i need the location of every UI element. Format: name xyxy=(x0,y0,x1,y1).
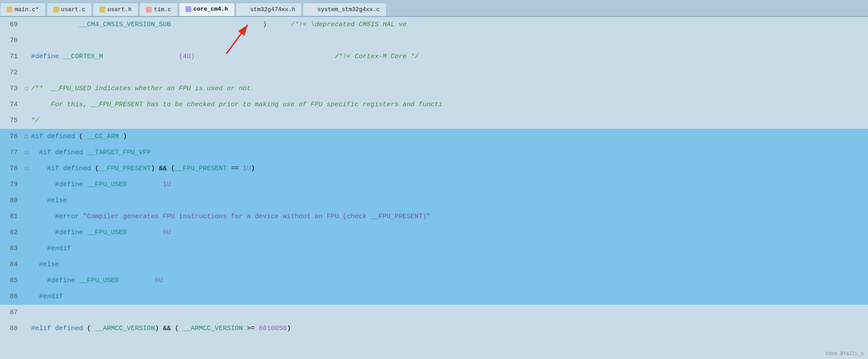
line-number-87: 87 xyxy=(0,305,23,321)
tab-stm32g474xx-h[interactable]: stm32g474xx.h xyxy=(236,3,302,16)
code-line-83: 83 #endif xyxy=(0,241,868,257)
line-number-73: 73 xyxy=(0,81,23,97)
line-number-78: 78 xyxy=(0,161,23,177)
code-line-79: 79 #define __FPU_USED 1U xyxy=(0,177,868,193)
tab-icon-stm32g474xx-h xyxy=(242,7,248,12)
line-content-76: #if defined ( __CC_ARM ) xyxy=(30,129,868,145)
line-content-88: #elif defined ( __ARMCC_VERSION) && ( __… xyxy=(30,321,868,337)
line-number-83: 83 xyxy=(0,241,23,257)
code-line-76: 76 □ #if defined ( __CC_ARM ) xyxy=(0,129,868,145)
line-number-76: 76 xyxy=(0,129,23,145)
line-number-70: 70 xyxy=(0,33,23,49)
line-content-83: #endif xyxy=(30,241,868,257)
code-line-77: 77 □ #if defined __TARGET_FPU_VFP xyxy=(0,145,868,161)
code-line-84: 84 #else xyxy=(0,257,868,273)
line-number-71: 71 xyxy=(0,49,23,65)
tab-icon-tim-c xyxy=(146,7,152,12)
line-content-71: #define __CORTEX_M (4U) /*!< Cortex-M Co… xyxy=(30,49,868,65)
code-line-69: 69 __CM4_CMSIS_VERSION_SUB ) /*!< \depre… xyxy=(0,17,868,33)
code-line-71: 71 #define __CORTEX_M (4U) /*!< Cortex-M… xyxy=(0,49,868,65)
code-line-87: 87 xyxy=(0,305,868,321)
line-content-75: */ xyxy=(30,113,868,129)
line-number-85: 85 xyxy=(0,273,23,289)
line-number-77: 77 xyxy=(0,145,23,161)
line-content-73: /** __FPU_USED indicates whether an FPU … xyxy=(30,81,868,97)
line-content-69: __CM4_CMSIS_VERSION_SUB ) /*!< \deprecat… xyxy=(30,17,868,33)
tab-usart-h[interactable]: usart.h xyxy=(93,3,138,16)
code-line-82: 82 #define __FPU_USED 0U xyxy=(0,225,868,241)
code-area: 69 __CM4_CMSIS_VERSION_SUB ) /*!< \depre… xyxy=(0,17,868,359)
fold-73[interactable]: □ xyxy=(23,81,30,97)
line-content-85: #define __FPU_USED 0U xyxy=(30,273,868,289)
tab-label-usart-h: usart.h xyxy=(107,6,132,13)
tab-main-c[interactable]: main.c* xyxy=(0,3,46,16)
tab-label-main-c: main.c* xyxy=(15,6,39,13)
line-number-74: 74 xyxy=(0,97,23,113)
line-number-86: 86 xyxy=(0,289,23,305)
code-line-85: 85 #define __FPU_USED 0U xyxy=(0,273,868,289)
tab-tim-c[interactable]: tim.c xyxy=(139,3,178,16)
tab-label-stm32g474xx-h: stm32g474xx.h xyxy=(250,6,295,13)
tab-icon-system-stm32g4xx-c xyxy=(309,7,315,12)
code-line-72: 72 xyxy=(0,65,868,81)
tab-label-system-stm32g4xx-c: system_stm32g4xx.c xyxy=(317,6,379,13)
line-number-75: 75 xyxy=(0,113,23,129)
line-number-81: 81 xyxy=(0,209,23,225)
watermark: CSDN @Tally_S xyxy=(825,351,864,356)
code-line-88: 88 #elif defined ( __ARMCC_VERSION) && (… xyxy=(0,321,868,337)
tab-icon-main-c xyxy=(7,7,12,12)
line-content-80: #else xyxy=(30,193,868,209)
tab-system-stm32g4xx-c[interactable]: system_stm32g4xx.c xyxy=(303,3,386,16)
line-number-69: 69 xyxy=(0,17,23,33)
line-number-79: 79 xyxy=(0,177,23,193)
tab-core-cm4-h[interactable]: core_cm4.h xyxy=(179,3,235,16)
code-line-86: 86 #endif xyxy=(0,289,868,305)
code-line-81: 81 #error "Compiler generates FPU instru… xyxy=(0,209,868,225)
line-number-84: 84 xyxy=(0,257,23,273)
line-content-81: #error "Compiler generates FPU instructi… xyxy=(30,209,868,225)
line-content-79: #define __FPU_USED 1U xyxy=(30,177,868,193)
tab-usart-c[interactable]: usart.c xyxy=(47,3,92,16)
tab-label-core-cm4-h: core_cm4.h xyxy=(193,6,228,12)
code-line-75: 75 */ xyxy=(0,113,868,129)
code-line-78: 78 □ #if defined (__FPU_PRESENT) && (__F… xyxy=(0,161,868,177)
tab-icon-usart-h xyxy=(99,7,105,12)
code-line-73: 73 □ /** __FPU_USED indicates whether an… xyxy=(0,81,868,97)
line-number-82: 82 xyxy=(0,225,23,241)
tab-label-tim-c: tim.c xyxy=(154,6,171,13)
fold-78[interactable]: □ xyxy=(23,161,30,177)
line-number-80: 80 xyxy=(0,193,23,209)
line-content-78: #if defined (__FPU_PRESENT) && (__FPU_PR… xyxy=(30,161,868,177)
line-number-72: 72 xyxy=(0,65,23,81)
tab-icon-core-cm4-h xyxy=(185,6,191,12)
code-line-70: 70 xyxy=(0,33,868,49)
code-line-80: 80 #else xyxy=(0,193,868,209)
line-content-84: #else xyxy=(30,257,868,273)
line-content-74: For this, __FPU_PRESENT has to be checke… xyxy=(30,97,868,113)
line-number-88: 88 xyxy=(0,321,23,337)
tab-bar: main.c* usart.c usart.h tim.c core_cm4.h… xyxy=(0,0,868,17)
code-line-74: 74 For this, __FPU_PRESENT has to be che… xyxy=(0,97,868,113)
fold-77[interactable]: □ xyxy=(23,145,30,161)
fold-76[interactable]: □ xyxy=(23,129,30,145)
line-content-77: #if defined __TARGET_FPU_VFP xyxy=(30,145,868,161)
line-content-82: #define __FPU_USED 0U xyxy=(30,225,868,241)
tab-icon-usart-c xyxy=(53,7,59,12)
tab-label-usart-c: usart.c xyxy=(61,6,86,13)
line-content-86: #endif xyxy=(30,289,868,305)
